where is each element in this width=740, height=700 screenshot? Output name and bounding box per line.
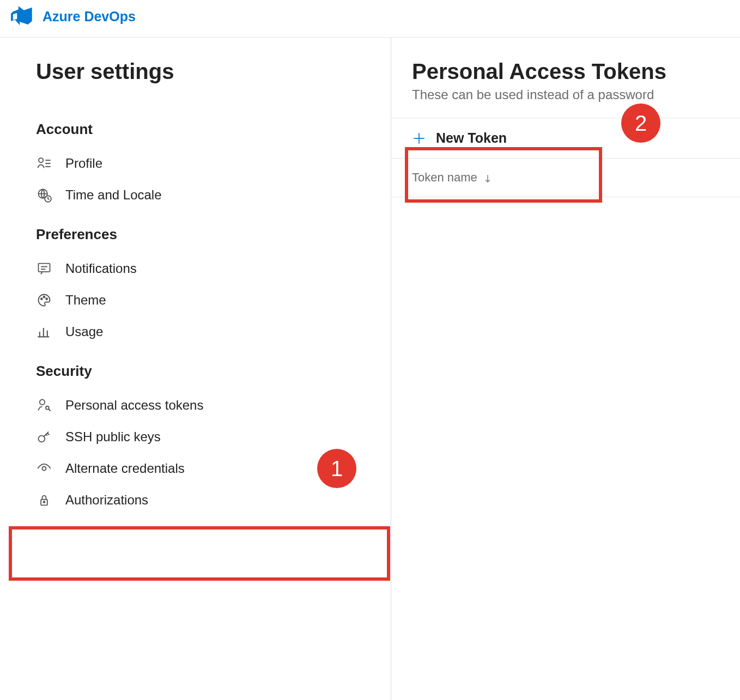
sidebar-item-time-and-locale[interactable]: Time and Locale	[0, 179, 391, 211]
svg-point-19	[43, 467, 46, 471]
svg-point-11	[46, 298, 47, 300]
content-title: Personal Access Tokens	[391, 59, 740, 87]
content-subtitle: These can be used instead of a password	[391, 87, 740, 118]
chat-icon	[36, 260, 52, 277]
svg-rect-6	[39, 264, 50, 272]
palette-icon	[36, 292, 52, 308]
sidebar-item-authorizations[interactable]: Authorizations	[0, 484, 391, 516]
sidebar-item-usage[interactable]: Usage	[0, 316, 391, 348]
sidebar-item-label: Profile	[65, 156, 102, 171]
svg-point-9	[41, 298, 43, 300]
sidebar-item-label: Authorizations	[65, 492, 148, 508]
section-heading-account: Account	[0, 106, 391, 148]
sidebar-item-alternate-credentials[interactable]: Alternate credentials	[0, 453, 391, 484]
sidebar-item-label: Usage	[65, 324, 103, 339]
sidebar-item-label: Personal access tokens	[65, 398, 203, 413]
sidebar-item-ssh-public-keys[interactable]: SSH public keys	[0, 421, 391, 453]
new-token-button[interactable]: New Token	[391, 118, 523, 158]
globe-clock-icon	[36, 187, 52, 203]
bar-chart-icon	[36, 324, 52, 340]
tokens-table-header: Token name	[391, 159, 740, 197]
column-header-token-name[interactable]: Token name	[412, 171, 493, 185]
tokens-toolbar: New Token	[391, 118, 740, 159]
topbar: Azure DevOps	[0, 0, 740, 38]
svg-point-21	[44, 501, 45, 503]
sidebar-item-label: Theme	[65, 293, 106, 308]
sort-arrow-down-icon	[483, 173, 493, 182]
sidebar-item-label: Time and Locale	[65, 187, 162, 203]
svg-point-17	[46, 406, 49, 410]
sidebar-item-label: Alternate credentials	[65, 461, 185, 476]
settings-sidebar: User settings Account Profile	[0, 38, 391, 700]
profile-icon	[36, 155, 52, 172]
content-panel: Personal Access Tokens These can be used…	[391, 38, 740, 700]
page-title: User settings	[0, 59, 391, 106]
svg-point-16	[40, 400, 45, 405]
sidebar-item-notifications[interactable]: Notifications	[0, 253, 391, 284]
sidebar-item-personal-access-tokens[interactable]: Personal access tokens	[0, 389, 391, 421]
eye-icon	[36, 460, 52, 477]
section-heading-preferences: Preferences	[0, 211, 391, 253]
key-icon	[36, 429, 52, 445]
plus-icon	[412, 131, 426, 145]
sidebar-item-label: SSH public keys	[65, 429, 161, 445]
lock-shield-icon	[36, 492, 52, 508]
svg-point-0	[39, 158, 43, 162]
brand-area[interactable]: Azure DevOps	[11, 5, 136, 27]
column-header-label: Token name	[412, 171, 477, 185]
new-token-label: New Token	[436, 130, 507, 146]
sidebar-item-profile[interactable]: Profile	[0, 148, 391, 179]
sidebar-item-label: Notifications	[65, 261, 137, 276]
person-key-icon	[36, 397, 52, 413]
sidebar-item-theme[interactable]: Theme	[0, 284, 391, 316]
brand-label: Azure DevOps	[43, 9, 136, 25]
azure-devops-logo-icon	[11, 5, 33, 27]
section-heading-security: Security	[0, 348, 391, 389]
svg-point-10	[44, 296, 45, 298]
